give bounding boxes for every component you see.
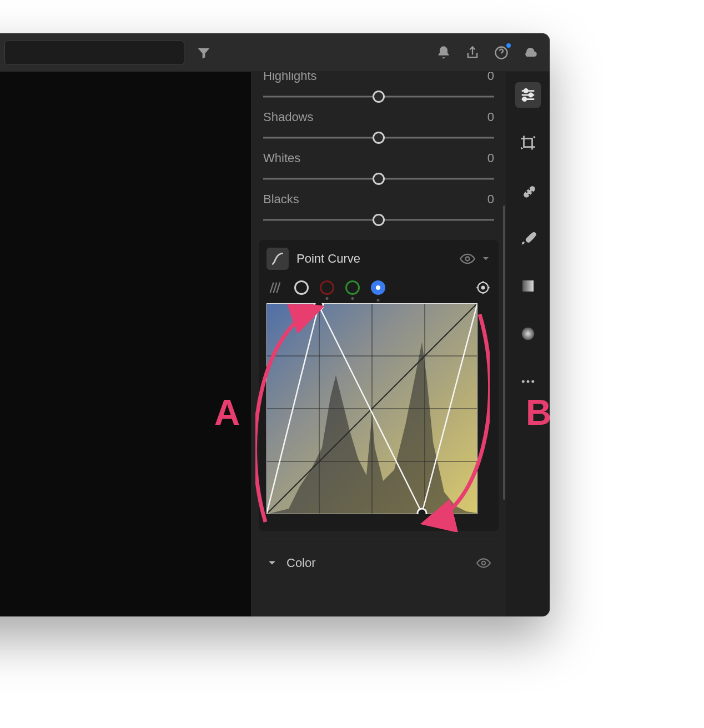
linear-gradient-tool[interactable] xyxy=(515,273,541,299)
bell-icon[interactable] xyxy=(434,43,453,62)
share-icon[interactable] xyxy=(463,43,482,62)
curve-mode-button[interactable] xyxy=(266,248,289,270)
slider-thumb-whites[interactable] xyxy=(373,173,385,185)
slider-value-highlights: 0 xyxy=(487,72,494,83)
svg-point-29 xyxy=(527,380,530,383)
cloud-icon[interactable] xyxy=(521,43,540,62)
point-curve-card: Point Curve xyxy=(259,240,499,531)
app-window: Highlights 0 Shadows 0 xyxy=(0,33,550,616)
channel-blue[interactable] xyxy=(371,280,385,295)
svg-rect-20 xyxy=(522,185,536,199)
search-input[interactable] xyxy=(4,41,184,65)
curve-menu-chevron-icon[interactable] xyxy=(481,254,491,264)
panel-scrollbar[interactable] xyxy=(503,205,505,500)
slider-label-whites: Whites xyxy=(263,151,300,165)
svg-point-13 xyxy=(482,561,486,565)
slider-track-blacks[interactable] xyxy=(263,212,494,228)
eye-icon[interactable] xyxy=(476,556,491,570)
curve-point-highlight[interactable] xyxy=(418,509,426,514)
svg-point-19 xyxy=(523,97,526,101)
radial-gradient-tool[interactable] xyxy=(515,321,541,347)
slider-track-highlights[interactable] xyxy=(263,89,494,104)
notification-badge xyxy=(505,42,512,49)
channel-luma[interactable] xyxy=(294,280,309,295)
slider-value-whites: 0 xyxy=(487,151,494,165)
parametric-icon[interactable] xyxy=(268,280,283,295)
svg-point-27 xyxy=(522,328,535,340)
tool-sidebar xyxy=(506,72,550,616)
slider-highlights: Highlights 0 xyxy=(263,72,494,104)
crop-tool[interactable] xyxy=(515,130,541,155)
slider-blacks: Blacks 0 xyxy=(263,192,494,228)
svg-point-1 xyxy=(466,257,470,261)
target-adjust-icon[interactable] xyxy=(475,280,491,295)
healing-tool[interactable] xyxy=(515,178,541,203)
edit-panel: Highlights 0 Shadows 0 xyxy=(251,72,506,616)
svg-rect-26 xyxy=(522,280,534,292)
slider-label-shadows: Shadows xyxy=(263,110,314,124)
chevron-down-icon xyxy=(266,558,278,569)
toggle-visibility-icon[interactable] xyxy=(460,251,475,267)
slider-track-whites[interactable] xyxy=(263,171,494,187)
slider-value-blacks: 0 xyxy=(487,192,494,207)
edit-sliders-tool[interactable] xyxy=(515,82,541,108)
curve-editor[interactable] xyxy=(266,303,477,514)
point-curve-title: Point Curve xyxy=(296,252,360,266)
svg-point-22 xyxy=(529,188,530,190)
svg-point-23 xyxy=(529,194,530,195)
filter-icon[interactable] xyxy=(194,43,213,62)
curve-point-shadow[interactable] xyxy=(314,303,323,310)
color-section-header[interactable]: Color xyxy=(263,539,494,581)
channel-green[interactable] xyxy=(345,280,360,295)
color-section-label: Color xyxy=(286,556,316,570)
image-canvas[interactable] xyxy=(0,72,251,616)
top-toolbar xyxy=(0,33,550,72)
main-area: Highlights 0 Shadows 0 xyxy=(0,72,550,616)
slider-value-shadows: 0 xyxy=(487,110,494,124)
help-icon[interactable] xyxy=(492,43,511,62)
more-tools[interactable] xyxy=(515,369,541,394)
channel-red[interactable] xyxy=(320,280,334,295)
slider-thumb-shadows[interactable] xyxy=(373,132,385,144)
annotation-label-b: B xyxy=(526,392,552,433)
slider-thumb-highlights[interactable] xyxy=(373,91,385,103)
svg-point-3 xyxy=(482,287,485,289)
brush-tool[interactable] xyxy=(515,225,541,251)
slider-label-highlights: Highlights xyxy=(263,72,317,83)
svg-point-24 xyxy=(531,191,533,193)
svg-point-21 xyxy=(526,191,527,193)
svg-point-30 xyxy=(531,380,534,383)
slider-shadows: Shadows 0 xyxy=(263,110,494,145)
svg-point-15 xyxy=(524,89,527,92)
slider-thumb-blacks[interactable] xyxy=(373,214,385,226)
svg-point-17 xyxy=(529,93,532,97)
slider-whites: Whites 0 xyxy=(263,151,494,187)
slider-label-blacks: Blacks xyxy=(263,192,299,207)
slider-track-shadows[interactable] xyxy=(263,130,494,145)
svg-point-28 xyxy=(522,380,525,383)
annotation-label-a: A xyxy=(214,392,240,433)
